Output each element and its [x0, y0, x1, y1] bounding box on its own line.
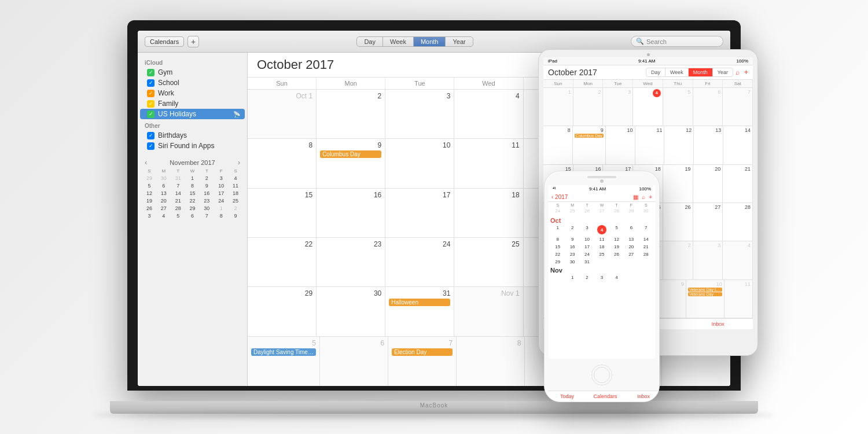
day-cell[interactable]: 25 — [454, 238, 523, 286]
mini-day[interactable]: 18 — [229, 190, 242, 197]
us-holidays-checkbox[interactable]: ✓ — [147, 111, 155, 118]
mini-day[interactable]: 6 — [157, 182, 171, 189]
iphone-month-icon[interactable]: ▦ — [633, 194, 638, 200]
ipad-day[interactable]: 8 — [543, 126, 573, 164]
mini-day[interactable]: 8 — [214, 212, 228, 219]
ipad-day[interactable]: 28 — [723, 203, 753, 241]
day-cell[interactable]: 23 — [317, 238, 385, 286]
mini-day[interactable]: 4 — [157, 212, 171, 219]
search-bar[interactable]: 🔍 Search — [631, 36, 723, 47]
event-halloween[interactable]: Halloween — [389, 299, 450, 306]
week-view-button[interactable]: Week — [383, 37, 414, 46]
sidebar-item-school[interactable]: ✓ School — [140, 78, 245, 88]
day-cell[interactable]: Nov 1 — [454, 287, 523, 336]
ipad-day[interactable]: 10 — [606, 126, 635, 164]
gym-checkbox[interactable]: ✓ — [147, 69, 155, 76]
day-cell[interactable]: 17 — [385, 189, 454, 237]
ipad-day[interactable]: 20 — [693, 165, 723, 203]
birthdays-checkbox[interactable]: ✓ — [147, 132, 155, 139]
mini-day[interactable]: 3 — [214, 175, 228, 182]
day-cell[interactable]: 15 — [248, 189, 317, 237]
sidebar-item-birthdays[interactable]: ✓ Birthdays — [140, 130, 245, 141]
mini-day[interactable]: 7 — [200, 212, 214, 219]
ipad-day[interactable]: 3 — [603, 88, 633, 126]
ipad-day[interactable]: 10 Veterans Day L… Veterans Day — [686, 280, 724, 318]
mini-day[interactable]: 20 — [157, 197, 171, 204]
ipad-day[interactable]: 2 — [663, 241, 693, 279]
ipad-day[interactable]: 1 — [543, 88, 573, 126]
mini-day[interactable]: 30 — [200, 205, 214, 212]
iphone-home-button[interactable] — [591, 365, 612, 385]
mini-day[interactable]: 7 — [171, 182, 185, 189]
sidebar-item-gym[interactable]: ✓ Gym — [140, 67, 245, 78]
mini-day[interactable]: 6 — [186, 212, 200, 219]
ipad-day[interactable]: 2 — [573, 88, 604, 126]
day-cell[interactable]: 6 — [320, 337, 388, 386]
day-view-button[interactable]: Day — [357, 37, 383, 46]
day-cell[interactable]: 16 — [317, 189, 385, 237]
month-view-button[interactable]: Month — [414, 37, 446, 46]
iphone-back-button[interactable]: ‹ 2017 — [551, 194, 568, 200]
day-cell[interactable]: 10 — [385, 139, 454, 187]
day-cell[interactable]: 8 — [457, 337, 525, 386]
day-cell[interactable]: 2 — [317, 90, 385, 138]
day-cell[interactable]: 31 Halloween — [385, 287, 454, 336]
ipad-day[interactable]: 21 — [723, 165, 753, 203]
add-calendar-button[interactable]: + — [187, 36, 199, 47]
mini-day[interactable]: 29 — [186, 205, 200, 212]
mini-day[interactable]: 10 — [214, 182, 228, 189]
day-cell[interactable]: 11 — [454, 139, 523, 187]
mini-day[interactable]: 1 — [214, 205, 228, 212]
sidebar-item-siri[interactable]: ✓ Siri Found in Apps — [140, 141, 245, 151]
mini-day[interactable]: 8 — [186, 182, 200, 189]
ipad-day[interactable]: 3 — [693, 241, 723, 279]
ipad-day[interactable]: 7 — [723, 88, 753, 126]
mini-day[interactable]: 25 — [229, 197, 242, 204]
family-checkbox[interactable]: ✓ — [147, 100, 155, 108]
mini-day[interactable]: 24 — [214, 197, 228, 204]
mini-day[interactable]: 2 — [200, 175, 214, 182]
ipad-day[interactable]: 11 — [724, 280, 753, 318]
ipad-month-btn[interactable]: Month — [689, 68, 713, 76]
day-cell[interactable]: 7 Election Day — [388, 337, 457, 386]
mini-day[interactable]: 15 — [186, 190, 200, 197]
day-cell[interactable]: 8 — [248, 139, 317, 187]
mini-day[interactable]: 26 — [142, 205, 156, 212]
ipad-day[interactable]: 9 Columbus Day — [573, 126, 606, 164]
day-cell[interactable]: Oct 1 — [248, 90, 317, 138]
mini-day[interactable]: 11 — [229, 182, 242, 189]
mini-day[interactable]: 4 — [229, 175, 242, 182]
mini-cal-next[interactable]: › — [238, 158, 240, 167]
mini-day[interactable]: 17 — [214, 190, 228, 197]
day-cell[interactable]: 5 Daylight Saving Time… — [248, 337, 320, 386]
ipad-day[interactable]: 9 — [658, 280, 686, 318]
sidebar-item-us-holidays[interactable]: ✓ US Holidays 📡 — [140, 109, 245, 119]
day-cell[interactable]: 9 Columbus Day — [317, 139, 385, 187]
ipad-event-vd2[interactable]: Veterans Day — [688, 292, 722, 296]
calendars-button[interactable]: Calendars — [145, 36, 184, 47]
day-cell[interactable]: 22 — [248, 238, 317, 286]
ipad-day[interactable]: 12 — [664, 126, 694, 164]
mini-day[interactable]: 13 — [157, 190, 171, 197]
mini-day[interactable]: 2 — [229, 205, 242, 212]
mini-day[interactable]: 5 — [142, 182, 156, 189]
ipad-event-columbus[interactable]: Columbus Day — [575, 134, 604, 138]
school-checkbox[interactable]: ✓ — [147, 79, 155, 87]
day-cell[interactable]: 3 — [385, 90, 454, 138]
mini-day[interactable]: 16 — [200, 190, 214, 197]
event-election-day[interactable]: Election Day — [392, 348, 453, 356]
ipad-day[interactable]: 19 — [663, 165, 693, 203]
ipad-week-btn[interactable]: Week — [665, 68, 689, 76]
mini-day[interactable]: 9 — [229, 212, 242, 219]
mini-day[interactable]: 14 — [171, 190, 185, 197]
ipad-day-btn[interactable]: Day — [646, 68, 665, 76]
iphone-search-icon[interactable]: ⌕ — [642, 194, 645, 200]
mini-day[interactable]: 9 — [200, 182, 214, 189]
ipad-inbox-btn[interactable]: Inbox — [683, 319, 753, 329]
mini-day[interactable]: 30 — [157, 175, 171, 182]
mini-day[interactable]: 1 — [186, 175, 200, 182]
ipad-day[interactable]: 4 — [723, 241, 753, 279]
mini-day[interactable]: 3 — [142, 212, 156, 219]
siri-checkbox[interactable]: ✓ — [147, 142, 155, 150]
mini-cal-prev[interactable]: ‹ — [145, 158, 147, 167]
